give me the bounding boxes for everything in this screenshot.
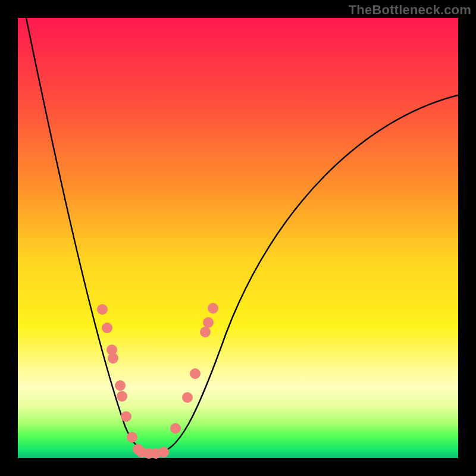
plot-area	[18, 18, 458, 458]
watermark-text: TheBottleneck.com	[349, 2, 471, 18]
